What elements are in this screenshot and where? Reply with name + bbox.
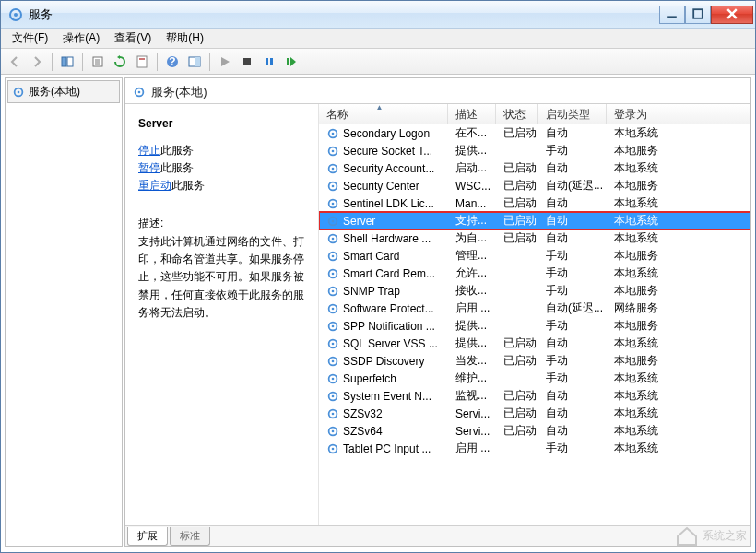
restart-service-button[interactable] [281,52,301,72]
service-row[interactable]: System Event N...监视...已启动自动本地系统 [319,387,750,405]
svg-point-55 [332,377,335,380]
svg-rect-13 [139,58,145,60]
action-pane-button[interactable] [184,52,205,72]
tree-root-label: 服务(本地) [29,84,80,100]
export-list-button[interactable] [88,52,108,72]
menu-action[interactable]: 操作(A) [55,29,107,48]
list-header: 名称▲ 描述 状态 启动类型 登录为 [319,104,750,124]
service-logon: 本地系统 [610,335,750,351]
service-status: 已启动 [500,406,542,421]
tree-root-node[interactable]: 服务(本地) [7,80,120,103]
service-row[interactable]: SNMP Trap接收...手动本地服务 [319,282,750,300]
service-startup: 自动 [542,423,610,439]
menu-help[interactable]: 帮助(H) [159,29,211,48]
service-status: 已启动 [500,335,542,351]
service-row[interactable]: Superfetch维护...手动本地系统 [319,370,750,387]
service-row[interactable]: Security Account...启动...已启动自动本地系统 [319,159,750,177]
description-label: 描述: [138,216,309,231]
service-row[interactable]: Software Protect...启用 ...自动(延迟...网络服务 [319,300,750,317]
service-row[interactable]: Smart Card管理...手动本地服务 [319,247,750,265]
gear-icon [326,232,339,245]
titlebar[interactable]: 服务 [1,1,755,29]
properties-button[interactable] [132,52,152,72]
list-body[interactable]: Secondary Logon在不...已启动自动本地系统Secure Sock… [319,124,750,525]
services-window: 服务 文件(F) 操作(A) 查看(V) 帮助(H) ? [0,0,756,553]
service-status: 已启动 [500,230,542,246]
show-hide-tree-button[interactable] [57,52,77,72]
app-icon [8,7,23,22]
service-logon: 本地系统 [610,406,750,421]
tree-pane[interactable]: 服务(本地) [5,77,123,547]
service-logon: 本地系统 [610,388,750,404]
svg-point-53 [332,359,335,362]
column-startup[interactable]: 启动类型 [538,104,607,124]
service-row[interactable]: Sentinel LDK Lic...Man...已启动自动本地系统 [319,194,750,212]
stop-link[interactable]: 停止 [138,144,160,157]
service-startup: 手动 [542,371,610,386]
service-row[interactable]: SZSv32Servi...已启动自动本地系统 [319,405,750,422]
service-row[interactable]: SPP Notification ...提供...手动本地服务 [319,317,750,335]
svg-rect-12 [137,56,147,67]
service-row[interactable]: Secondary Logon在不...已启动自动本地系统 [319,124,750,142]
svg-rect-6 [62,57,66,66]
tab-extended[interactable]: 扩展 [127,527,168,546]
column-status[interactable]: 状态 [496,104,538,124]
service-name: Security Account... [343,162,434,175]
service-logon: 本地系统 [610,265,750,281]
service-desc: 在不... [452,125,500,141]
service-name: Tablet PC Input ... [343,442,431,455]
right-pane: 服务(本地) Server 停止此服务 暂停此服务 重启动此服务 描述: 支持此… [124,77,751,547]
gear-icon [12,86,25,99]
svg-point-57 [332,394,335,397]
svg-point-47 [332,307,335,310]
service-desc: 管理... [452,248,500,264]
svg-point-27 [332,132,335,135]
service-name: SZSv32 [343,407,383,420]
service-desc: Man... [452,197,500,210]
service-row[interactable]: SSDP Discovery当发...已启动手动本地服务 [319,352,750,370]
back-button[interactable] [5,52,25,72]
window-title: 服务 [29,6,659,23]
svg-point-45 [332,289,335,292]
tab-standard[interactable]: 标准 [170,527,210,546]
column-desc[interactable]: 描述 [448,104,496,124]
menu-file[interactable]: 文件(F) [5,29,55,48]
close-button[interactable] [711,6,753,24]
service-startup: 自动 [542,213,610,229]
service-desc: 提供... [452,335,500,351]
svg-point-25 [138,91,141,94]
service-name: Server [343,215,375,228]
service-status: 已启动 [500,160,542,176]
restart-link[interactable]: 重启动 [138,179,171,192]
column-name[interactable]: 名称▲ [319,104,448,124]
link-suffix: 此服务 [160,144,194,157]
service-row[interactable]: Shell Hardware ...为自...已启动自动本地系统 [319,229,750,247]
minimize-button[interactable] [659,6,685,24]
service-startup: 自动 [542,388,610,404]
detail-service-name: Server [138,117,309,130]
svg-point-41 [332,254,335,257]
pause-service-button[interactable] [259,52,279,72]
service-row[interactable]: Security CenterWSC...已启动自动(延迟...本地服务 [319,177,750,194]
svg-point-43 [332,272,335,275]
gear-icon [326,162,339,175]
start-service-button[interactable] [215,52,235,72]
detail-pane: Server 停止此服务 暂停此服务 重启动此服务 描述: 支持此计算机通过网络… [125,104,319,525]
service-row[interactable]: SZSv64Servi...已启动自动本地系统 [319,422,750,440]
service-name: Superfetch [343,372,396,385]
column-logon[interactable]: 登录为 [607,104,750,124]
service-row[interactable]: Server支持...已启动自动本地系统 [319,212,750,229]
service-logon: 本地服务 [610,353,750,369]
service-row[interactable]: Tablet PC Input ...启用 ...手动本地系统 [319,440,750,457]
menu-view[interactable]: 查看(V) [107,29,159,48]
service-row[interactable]: Smart Card Rem...允许...手动本地系统 [319,265,750,282]
stop-service-button[interactable] [237,52,257,72]
service-logon: 本地服务 [610,283,750,299]
help-button[interactable]: ? [162,52,183,72]
pause-link[interactable]: 暂停 [138,161,160,174]
service-row[interactable]: SQL Server VSS ...提供...已启动自动本地系统 [319,335,750,352]
maximize-button[interactable] [685,6,711,24]
forward-button[interactable] [27,52,47,72]
refresh-button[interactable] [110,52,130,72]
service-row[interactable]: Secure Socket T...提供...手动本地服务 [319,142,750,159]
